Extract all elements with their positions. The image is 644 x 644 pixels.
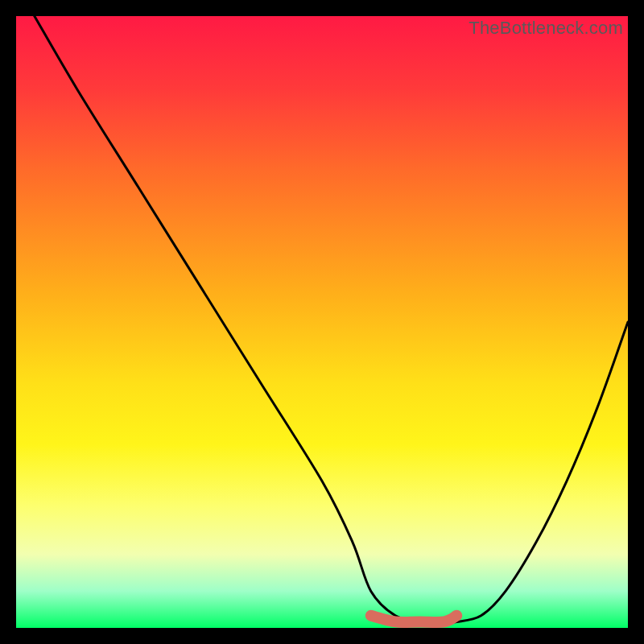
chart-svg: [16, 16, 628, 628]
bottleneck-curve-path: [35, 16, 628, 622]
flat-marker-path: [371, 616, 456, 622]
plot-area: TheBottleneck.com: [16, 16, 628, 628]
